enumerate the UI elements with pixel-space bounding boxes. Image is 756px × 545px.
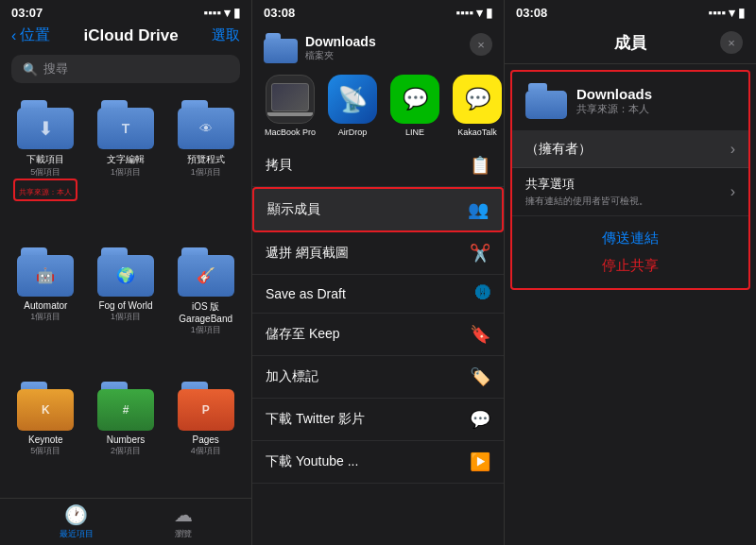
page-title-1: iCloud Drive xyxy=(84,26,179,45)
navigation-bar-1: ‹ 位置 iCloud Drive 選取 xyxy=(0,22,251,51)
search-placeholder: 搜尋 xyxy=(43,60,68,77)
file-item-text-edit[interactable]: T 文字編輯 1個項目 xyxy=(88,94,164,238)
tag-icon: 🏷️ xyxy=(470,366,490,387)
action-members-label: 顯示成員 xyxy=(267,201,320,218)
file-item-downloads[interactable]: ⬇ 下載項目 5個項目 共享來源：本人 xyxy=(8,94,84,238)
share-options-row[interactable]: 共享選項 擁有連結的使用者皆可檢視。 › xyxy=(512,168,748,216)
keep-icon: 🔖 xyxy=(470,324,490,345)
close-members-button[interactable]: × xyxy=(720,31,743,54)
share-options-title: 共享選項 xyxy=(525,176,648,193)
file-item-automator[interactable]: 🤖 Automator 1個項目 xyxy=(8,242,84,373)
file-label-fog: Fog of World xyxy=(98,300,152,311)
action-copy[interactable]: 拷貝 📋 xyxy=(252,145,504,187)
folder-icon-automator: 🤖 xyxy=(17,247,74,297)
app-line[interactable]: 💬 LINE xyxy=(388,75,441,137)
file-item-garageband[interactable]: 🎸 iOS 版 GarageBand 1個項目 xyxy=(167,242,244,373)
members-folder-sub: 共享來源：本人 xyxy=(576,102,735,116)
file-sub-fog: 1個項目 xyxy=(111,311,141,323)
icloud-icon: ☁ xyxy=(174,503,193,526)
folder-icon-text-edit: T xyxy=(97,100,154,149)
file-sub-text-edit: 1個項目 xyxy=(111,166,141,179)
file-item-preview[interactable]: 👁 預覽程式 1個項目 xyxy=(167,94,244,238)
bottom-bar-1: 🕐 最近項目 ☁ 瀏覽 xyxy=(0,498,251,545)
app-kakao-label: KakaoTalk xyxy=(457,128,497,137)
app-airdrop-label: AirDrop xyxy=(338,128,368,137)
file-item-numbers[interactable]: # Numbers 2個項目 xyxy=(88,376,164,494)
share-folder-sub: 檔案夾 xyxy=(305,49,376,62)
action-tag-label: 加入標記 xyxy=(266,368,318,385)
search-bar[interactable]: 🔍 搜尋 xyxy=(11,55,240,83)
bottom-recent[interactable]: 🕐 最近項目 xyxy=(60,503,94,540)
action-screenshot[interactable]: 遞拼 網頁截圖 ✂️ xyxy=(252,232,504,275)
time-2: 03:08 xyxy=(264,6,295,20)
recent-label: 最近項目 xyxy=(60,528,94,540)
action-twitter[interactable]: 下載 Twitter 影片 💬 xyxy=(252,399,504,441)
folder-icon-pages: P xyxy=(178,382,234,431)
file-label-keynote: Keynote xyxy=(28,434,63,445)
file-sub-pages: 4個項目 xyxy=(191,445,221,457)
battery-icon-3: ▮ xyxy=(738,6,745,20)
file-badge-downloads: 共享來源：本人 xyxy=(19,188,72,196)
action-links: 傳送連結 停止共享 xyxy=(512,216,748,288)
action-tag[interactable]: 加入標記 🏷️ xyxy=(252,356,504,399)
select-button[interactable]: 選取 xyxy=(212,26,240,44)
owner-row[interactable]: （擁有者） › xyxy=(512,131,748,168)
file-item-fog[interactable]: 🌍 Fog of World 1個項目 xyxy=(88,242,164,373)
chevron-right-icon: › xyxy=(730,141,735,158)
file-label-text-edit: 文字編輯 xyxy=(107,153,145,166)
app-macbook-label: MacBook Pro xyxy=(265,128,316,137)
members-folder-name: Downloads xyxy=(576,86,735,102)
status-bar-1: 03:07 ▪▪▪▪ ▾ ▮ xyxy=(0,0,251,22)
action-draft-label: Save as Draft xyxy=(266,286,346,301)
file-item-keynote[interactable]: K Keynote 5個項目 xyxy=(8,376,84,494)
owner-label: （擁有者） xyxy=(525,141,592,158)
app-airdrop[interactable]: 📡 AirDrop xyxy=(326,75,379,137)
file-item-pages[interactable]: P Pages 4個項目 xyxy=(167,376,244,494)
action-screenshot-label: 遞拼 網頁截圖 xyxy=(266,245,349,262)
chevron-left-icon: ‹ xyxy=(11,27,16,44)
action-list: 拷貝 📋 顯示成員 👥 遞拼 網頁截圖 ✂️ Save as Draft 🅦 儲… xyxy=(252,145,504,545)
action-keep[interactable]: 儲存至 Keep 🔖 xyxy=(252,314,504,356)
members-folder-row: Downloads 共享來源：本人 xyxy=(512,72,748,131)
action-show-members[interactable]: 顯示成員 👥 xyxy=(252,187,504,232)
airdrop-icon: 📡 xyxy=(328,75,377,124)
panel-members: 03:08 ▪▪▪▪ ▾ ▮ 成員 × Downloads xyxy=(505,0,756,545)
folder-icon-preview: 👁 xyxy=(178,100,234,149)
file-label-automator: Automator xyxy=(24,300,67,311)
folder-icon-numbers: # xyxy=(97,382,154,431)
action-keep-label: 儲存至 Keep xyxy=(266,326,340,343)
file-sub-downloads: 5個項目 xyxy=(30,166,60,179)
wifi-icon: ▾ xyxy=(224,6,231,20)
signal-icon-3: ▪▪▪▪ xyxy=(709,6,726,20)
action-youtube[interactable]: 下載 Youtube ... ▶️ xyxy=(252,441,504,484)
app-kakao[interactable]: 💬 KakaoTalk xyxy=(451,75,504,137)
file-sub-numbers: 2個項目 xyxy=(111,445,141,457)
bottom-icloud[interactable]: ☁ 瀏覽 xyxy=(174,503,193,540)
files-grid: ⬇ 下載項目 5個項目 共享來源：本人 T 文字編輯 1個項目 xyxy=(0,91,251,498)
back-button[interactable]: ‹ 位置 xyxy=(11,26,50,45)
battery-icon: ▮ xyxy=(233,6,240,20)
file-label-garageband: iOS 版 GarageBand xyxy=(171,300,240,324)
panel-icloud-drive: 03:07 ▪▪▪▪ ▾ ▮ ‹ 位置 iCloud Drive 選取 🔍 搜尋 xyxy=(0,0,252,545)
folder-icon-keynote: K xyxy=(17,382,74,431)
twitter-icon: 💬 xyxy=(470,409,490,430)
macbook-icon xyxy=(266,75,315,124)
members-title: 成員 xyxy=(614,32,646,54)
folder-icon-garageband: 🎸 xyxy=(178,247,234,297)
app-macbook[interactable]: MacBook Pro xyxy=(264,75,317,137)
line-icon: 💬 xyxy=(390,75,439,124)
search-icon: 🔍 xyxy=(23,62,38,77)
stop-share-button[interactable]: 停止共享 xyxy=(525,257,735,275)
send-link-button[interactable]: 傳送連結 xyxy=(525,230,735,247)
app-line-label: LINE xyxy=(405,128,424,137)
recent-icon: 🕐 xyxy=(64,503,88,526)
wordpress-icon: 🅦 xyxy=(475,285,490,302)
share-options-sub: 擁有連結的使用者皆可檢視。 xyxy=(525,195,648,208)
youtube-icon: ▶️ xyxy=(470,451,490,472)
wifi-icon-2: ▾ xyxy=(476,6,483,20)
close-share-button[interactable]: × xyxy=(470,33,492,56)
app-row: MacBook Pro 📡 AirDrop 💬 LINE 💬 KakaoTalk… xyxy=(252,67,504,145)
action-save-draft[interactable]: Save as Draft 🅦 xyxy=(252,275,504,314)
file-sub-preview: 1個項目 xyxy=(191,166,221,179)
share-options-chevron-icon: › xyxy=(730,183,735,200)
